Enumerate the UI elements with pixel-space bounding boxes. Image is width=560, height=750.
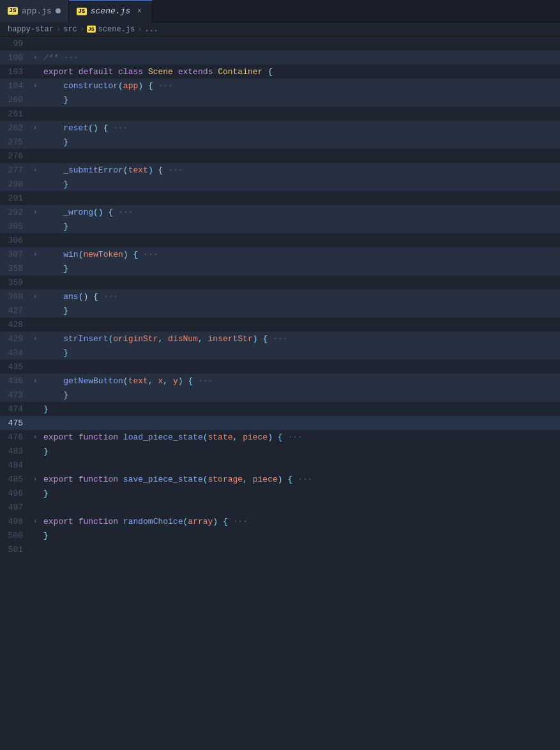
line-483: 483 } bbox=[0, 444, 560, 458]
line-number: 475 bbox=[0, 418, 33, 428]
line-content: } bbox=[42, 404, 560, 414]
line-number: 484 bbox=[0, 461, 33, 470]
line-500: 500 } bbox=[0, 528, 560, 542]
line-307: 307 › win(newToken) { ··· bbox=[0, 247, 560, 261]
line-476: 476 › export function load_piece_state(s… bbox=[0, 430, 560, 444]
line-496: 496 } bbox=[0, 486, 560, 500]
line-number: 262 bbox=[0, 123, 33, 133]
line-260: 260 } bbox=[0, 93, 560, 107]
line-485: 485 › export function save_piece_state(s… bbox=[0, 472, 560, 486]
line-360: 360 › ans() { ··· bbox=[0, 289, 560, 303]
unsaved-dot bbox=[56, 8, 61, 13]
line-number: 306 bbox=[0, 236, 33, 245]
line-content: } bbox=[42, 489, 560, 498]
line-number: 501 bbox=[0, 545, 33, 555]
line-number: 497 bbox=[0, 503, 33, 512]
line-content: reset() { ··· bbox=[42, 123, 560, 133]
line-290: 290 } bbox=[0, 177, 560, 191]
line-number: 305 bbox=[0, 222, 33, 231]
breadcrumb-sep: › bbox=[80, 25, 84, 34]
fold-arrow[interactable]: › bbox=[33, 125, 42, 132]
line-277: 277 › _submitError(text) { ··· bbox=[0, 163, 560, 177]
fold-arrow[interactable]: › bbox=[33, 378, 42, 385]
line-number: 275 bbox=[0, 137, 33, 147]
fold-arrow[interactable]: › bbox=[33, 54, 42, 61]
close-tab-button[interactable]: × bbox=[134, 6, 144, 17]
fold-arrow[interactable]: › bbox=[33, 209, 42, 216]
line-291: 291 bbox=[0, 191, 560, 205]
tab-scene-js[interactable]: JS scene.js × bbox=[69, 0, 153, 22]
line-434: 434 } bbox=[0, 346, 560, 360]
line-99: 99 bbox=[0, 36, 560, 50]
fold-arrow[interactable]: › bbox=[33, 167, 42, 174]
line-436: 436 › getNewButton(text, x, y) { ··· bbox=[0, 374, 560, 388]
line-number: 474 bbox=[0, 404, 33, 414]
line-number: 292 bbox=[0, 208, 33, 217]
line-number: 427 bbox=[0, 306, 33, 316]
breadcrumb: happy-star › src › JS scene.js › ... bbox=[0, 22, 560, 36]
line-content: } bbox=[42, 306, 560, 316]
line-number: 473 bbox=[0, 390, 33, 400]
fold-arrow[interactable]: › bbox=[33, 251, 42, 258]
line-276: 276 bbox=[0, 149, 560, 163]
line-content: export default class Scene extends Conta… bbox=[42, 67, 560, 77]
line-content: _wrong() { ··· bbox=[42, 208, 560, 217]
line-103: 103 export default class Scene extends C… bbox=[0, 65, 560, 79]
fold-arrow[interactable]: › bbox=[33, 82, 42, 89]
line-261: 261 bbox=[0, 107, 560, 121]
line-number: 277 bbox=[0, 165, 33, 175]
line-262: 262 › reset() { ··· bbox=[0, 121, 560, 135]
fold-arrow[interactable]: › bbox=[33, 518, 42, 525]
breadcrumb-sep: › bbox=[137, 25, 142, 34]
line-number: 436 bbox=[0, 376, 33, 386]
tab-bar: JS app.js JS scene.js × bbox=[0, 0, 560, 22]
line-number: 360 bbox=[0, 292, 33, 302]
line-number: 260 bbox=[0, 95, 33, 105]
fold-arrow[interactable]: › bbox=[33, 476, 42, 483]
line-429: 429 › strInsert(originStr, disNum, inser… bbox=[0, 332, 560, 346]
line-content: export function load_piece_state(state, … bbox=[42, 432, 560, 442]
fold-arrow[interactable]: › bbox=[33, 293, 42, 300]
line-content: ans() { ··· bbox=[42, 292, 560, 302]
line-number: 359 bbox=[0, 278, 33, 287]
line-104: 104 › constructor(app) { ··· bbox=[0, 79, 560, 93]
line-content: } bbox=[42, 348, 560, 358]
line-content: export function randomChoice(array) { ··… bbox=[42, 517, 560, 526]
line-number: 500 bbox=[0, 531, 33, 540]
line-content: constructor(app) { ··· bbox=[42, 81, 560, 91]
js-icon: JS bbox=[77, 8, 87, 15]
line-number: 100 bbox=[0, 53, 33, 63]
tab-label: app.js bbox=[22, 6, 52, 16]
line-501: 501 bbox=[0, 542, 560, 556]
line-number: 276 bbox=[0, 151, 33, 161]
line-306: 306 bbox=[0, 233, 560, 247]
line-content: } bbox=[42, 180, 560, 189]
tab-app-js[interactable]: JS app.js bbox=[0, 0, 69, 22]
line-number: 496 bbox=[0, 489, 33, 498]
fold-arrow[interactable]: › bbox=[33, 434, 42, 441]
line-435: 435 bbox=[0, 360, 560, 374]
line-number: 485 bbox=[0, 475, 33, 484]
fold-arrow[interactable]: › bbox=[33, 335, 42, 342]
line-359: 359 bbox=[0, 275, 560, 289]
line-474: 474 } bbox=[0, 402, 560, 416]
line-305: 305 } bbox=[0, 219, 560, 233]
line-content: } bbox=[42, 447, 560, 456]
line-content: } bbox=[42, 222, 560, 231]
line-number: 498 bbox=[0, 517, 33, 526]
line-content: _submitError(text) { ··· bbox=[42, 165, 560, 175]
line-475: 475 bbox=[0, 416, 560, 430]
line-292: 292 › _wrong() { ··· bbox=[0, 205, 560, 219]
line-content: } bbox=[42, 531, 560, 540]
line-content: } bbox=[42, 137, 560, 147]
line-275: 275 } bbox=[0, 135, 560, 149]
breadcrumb-part: src bbox=[63, 25, 77, 34]
line-484: 484 bbox=[0, 458, 560, 472]
line-number: 483 bbox=[0, 447, 33, 456]
line-428: 428 bbox=[0, 318, 560, 332]
line-content: strInsert(originStr, disNum, insertStr) … bbox=[42, 334, 560, 344]
line-473: 473 } bbox=[0, 388, 560, 402]
line-number: 104 bbox=[0, 81, 33, 91]
line-content: } bbox=[42, 390, 560, 400]
line-number: 291 bbox=[0, 194, 33, 203]
